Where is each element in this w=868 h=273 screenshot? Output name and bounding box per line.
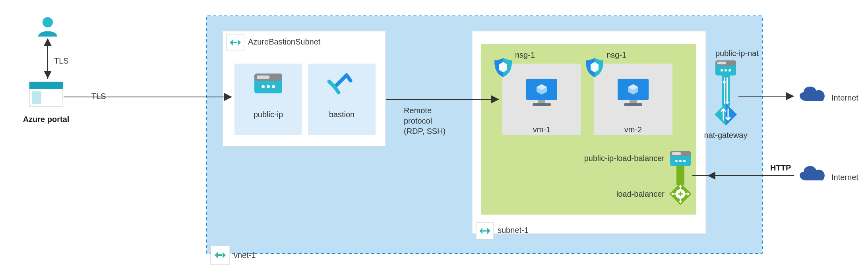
remote-line2: protocol	[404, 116, 432, 125]
cloud-bottom-icon	[800, 166, 825, 180]
svg-rect-48	[29, 82, 63, 89]
svg-point-41	[725, 69, 727, 72]
svg-rect-43	[722, 76, 730, 106]
svg-point-34	[683, 160, 686, 162]
svg-rect-45	[727, 77, 728, 104]
public-ip-nat-label: public-ip-nat	[715, 49, 759, 58]
svg-point-42	[728, 69, 731, 72]
svg-rect-31	[672, 152, 681, 155]
svg-rect-49	[32, 91, 41, 104]
svg-point-12	[262, 85, 265, 88]
svg-rect-15	[308, 64, 376, 135]
remote-line1: Remote	[404, 106, 432, 115]
public-ip-icon	[254, 74, 282, 93]
svg-rect-39	[717, 62, 726, 64]
public-ip-nat-icon	[715, 60, 736, 76]
vm2-label: vm-2	[624, 125, 642, 134]
svg-point-19	[484, 230, 486, 232]
nsg1-label: nsg-1	[515, 50, 535, 59]
nat-gateway-label: nat-gateway	[704, 131, 748, 139]
bastion-subnet-label: AzureBastionSubnet	[248, 37, 321, 46]
load-balancer-label: load-balancer	[616, 190, 665, 198]
public-ip-label: public-ip	[254, 110, 283, 119]
nsg2-label: nsg-1	[606, 50, 626, 59]
svg-point-46	[43, 17, 53, 27]
vnet-label: vnet-1	[234, 251, 256, 259]
vm2-card: vm-2	[594, 64, 672, 135]
svg-rect-27	[630, 100, 637, 103]
public-ip-card: public-ip	[234, 64, 302, 135]
azure-portal-label: Azure portal	[23, 115, 70, 124]
cloud-top-icon	[800, 87, 825, 101]
svg-point-40	[721, 69, 723, 72]
svg-point-32	[675, 160, 678, 162]
tls-horizontal-label: TLS	[91, 92, 106, 101]
svg-point-13	[267, 85, 270, 88]
public-ip-lb-label: public-ip-load-balancer	[584, 154, 665, 163]
svg-rect-35	[676, 166, 684, 185]
subnet-label: subnet-1	[498, 226, 529, 234]
internet-top-label: Internet	[831, 93, 858, 102]
vm1-label: vm-1	[533, 125, 550, 134]
svg-rect-28	[624, 103, 642, 106]
subnet-badge	[476, 223, 494, 239]
svg-point-3	[219, 254, 221, 256]
vm1-card: vm-1	[502, 64, 581, 135]
user-icon	[38, 17, 57, 37]
bastion-card: bastion	[308, 64, 376, 135]
tls-vertical-label: TLS	[54, 56, 69, 65]
svg-rect-23	[538, 100, 545, 103]
vnet-badge	[211, 246, 230, 265]
svg-rect-11	[257, 76, 269, 79]
svg-point-33	[679, 160, 682, 162]
svg-rect-24	[533, 103, 551, 106]
http-label: HTTP	[770, 163, 791, 172]
svg-point-7	[234, 42, 236, 43]
bastion-subnet-badge	[227, 34, 244, 51]
bastion-label: bastion	[329, 110, 355, 119]
remote-line3: (RDP, SSH)	[404, 127, 446, 136]
svg-point-14	[272, 85, 275, 88]
public-ip-lb-icon	[670, 151, 691, 166]
internet-bottom-label: Internet	[831, 173, 858, 182]
diagram-canvas: vnet-1 AzureBastionSubnet public-ip	[0, 0, 868, 273]
portal-icon	[29, 82, 63, 106]
